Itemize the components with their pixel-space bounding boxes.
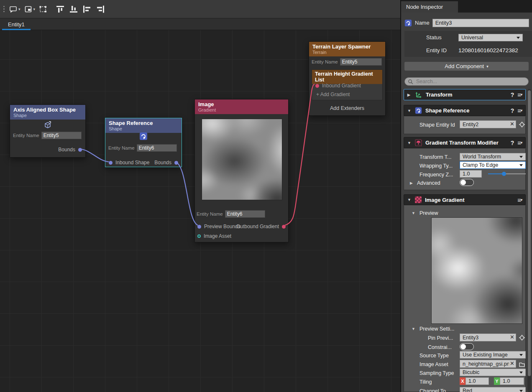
channel-to-use-label: Channel To [419,388,446,392]
clear-button[interactable]: ✕ [510,334,514,340]
component-header-gradient-transform-modifier[interactable]: ▼ Gradient Transform Modifier ? ≡▾ [404,137,526,148]
align-bottom-button[interactable] [67,3,80,15]
terrain-height-gradient-list[interactable]: Terrain Height Gradient List Inbound Gra… [312,69,383,100]
pin-inbound-shape[interactable]: Inbound Shape [109,160,149,165]
tiling-x-input[interactable] [466,377,489,385]
status-dropdown[interactable]: Universal [458,34,523,41]
align-right-button[interactable] [94,3,107,15]
node-axis-aligned-box-shape[interactable]: Axis Aligned Box Shape Shape Entity Name… [10,104,86,158]
expand-icon[interactable]: ▼ [407,109,412,113]
graph-tabbar: Entity1 [0,18,400,30]
entity-name-label: Entity Name [108,145,135,150]
expand-icon[interactable]: ▶ [407,93,412,97]
dropdown-caret-icon [519,390,523,392]
pin-label: Preview Bounds [204,224,240,229]
slider-knob[interactable] [502,172,506,176]
search-input[interactable] [415,78,525,85]
channel-dropdown[interactable]: Red [460,387,526,392]
expand-icon[interactable]: ▼ [407,141,412,145]
advanced-toggle[interactable] [460,179,474,186]
tab-entity1[interactable]: Entity1 [2,18,31,30]
help-button[interactable]: ? [511,140,514,146]
frequency-zoom-slider[interactable] [488,170,526,178]
node-inspector-panel: Node Inspector Name Status Universal Ent… [400,0,532,392]
shape-entity-id-label: Shape Entity Id [419,122,455,128]
toolbar-drag-handle[interactable] [3,6,5,12]
preview-expand-icon[interactable]: ▼ [412,211,416,215]
group-icon [24,5,33,13]
entity-name-input[interactable] [41,132,82,139]
component-header-transform[interactable]: ▶ Transform ? ≡▾ [404,89,526,100]
component-menu-button[interactable]: ≡▾ [517,139,522,146]
pin-outbound-gradient[interactable]: Outbound Gradient [236,224,286,229]
source-type-dropdown[interactable]: Use Existing Image [460,351,526,359]
tab-node-inspector[interactable]: Node Inspector [401,1,458,13]
node-shape-reference[interactable]: Shape Reference Shape Entity Name [105,118,182,167]
comment-icon [9,5,18,13]
transform-type-dropdown[interactable]: World Transform [460,153,526,160]
advanced-expand-icon[interactable]: ▶ [410,181,414,185]
pin-inbound-gradient[interactable]: Inbound Gradient [315,83,361,89]
inspector-scrollbar[interactable] [527,89,531,392]
shape-entity-id-input[interactable] [460,120,516,128]
preview-bounds-pin-icon[interactable] [197,225,201,229]
component-menu-button[interactable]: ≡▾ [517,91,522,98]
component-menu-button[interactable]: ≡▾ [517,196,522,204]
expand-icon[interactable]: ▼ [407,198,412,202]
wrapping-type-dropdown[interactable]: Clamp To Edge [460,161,526,169]
constrain-label: Constrai... [428,344,452,350]
component-header-shape-reference[interactable]: ▼ Shape Reference ? ≡▾ [404,105,526,116]
align-left-button[interactable] [81,3,93,15]
node-category: Gradient [198,107,285,113]
add-gradient-button[interactable]: + Add Gradient [316,92,350,97]
component-search[interactable] [404,77,529,86]
help-button[interactable]: ? [511,107,514,114]
node-terrain-layer-spawner[interactable]: Terrain Layer Spawner Terrain Entity Nam… [309,41,386,116]
constrain-toggle[interactable] [460,343,474,350]
entity-picker-icon[interactable] [519,121,525,128]
scrollbar-thumb[interactable] [528,90,531,376]
select-connected-button[interactable] [37,3,49,15]
bounds-pin-icon[interactable] [174,161,178,165]
node-image-gradient[interactable]: Image Gradient Entity Name Preview Bound… [194,99,289,242]
pin-preview-label: Pin Previ... [428,335,453,341]
tiling-y-input[interactable] [500,377,524,385]
name-input[interactable] [432,19,529,27]
entity-name-input[interactable] [340,58,382,66]
entity-id-label: Entity ID [426,47,447,53]
node-header: Axis Aligned Box Shape Shape [10,105,85,120]
outbound-gradient-pin-icon[interactable] [282,225,286,229]
bounds-pin-icon[interactable] [78,148,82,152]
add-comment-button[interactable]: ▾ [8,3,22,15]
add-extenders-button[interactable]: Add Extenders [309,105,385,111]
inbound-shape-pin-icon[interactable] [109,161,113,165]
entity-picker-icon[interactable] [519,334,525,341]
shape-reference-icon [139,132,148,142]
image-asset-input[interactable] [460,360,516,368]
component-menu-button[interactable]: ≡▾ [517,107,522,114]
sampling-type-dropdown[interactable]: Bicubic [460,369,526,376]
pin-preview-input[interactable] [460,333,516,341]
preview-settings-expand-icon[interactable]: ▼ [412,327,416,331]
clear-button[interactable]: ✕ [510,121,514,127]
help-button[interactable]: ? [511,92,514,98]
pin-image-asset[interactable]: Image Asset [197,233,231,239]
pin-bounds-out[interactable]: Bounds [154,160,178,165]
tiling-label: Tiling [419,379,432,385]
entity-name-input[interactable] [225,210,265,218]
clear-button[interactable]: ✕ [510,360,514,367]
component-header-image-gradient[interactable]: ▼ Image Gradient ≡▾ [404,194,526,205]
browse-folder-icon[interactable] [519,361,525,368]
entity-id-row: Entity ID 1208016016022472382 [404,44,532,57]
gradient-pin-icon[interactable] [315,84,319,88]
entity-name-input[interactable] [137,144,177,152]
frequency-zoom-input[interactable] [460,170,482,178]
pin-bounds-out[interactable]: Bounds [58,147,82,153]
image-asset-pin-icon[interactable] [197,234,201,238]
align-top-button[interactable] [54,3,66,15]
pin-preview-bounds[interactable]: Preview Bounds [197,224,240,229]
status-row: Status Universal [404,31,532,44]
group-button[interactable]: ▾ [23,3,37,15]
node-graph-canvas[interactable]: Terrain Layer Spawner Terrain Entity Nam… [0,30,400,392]
add-component-button[interactable]: Add Component ▾ [404,62,529,71]
